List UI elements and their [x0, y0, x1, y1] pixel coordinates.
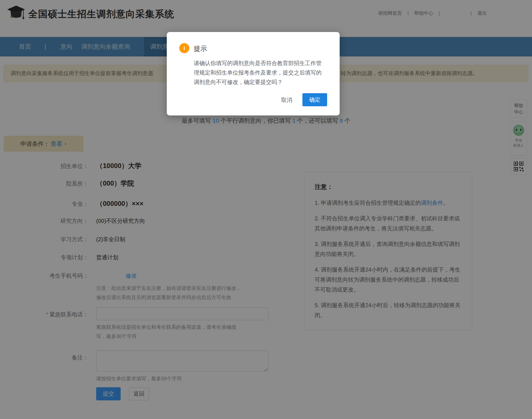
info-icon: i	[179, 43, 189, 53]
dialog-title: 提示	[194, 44, 207, 53]
cancel-button[interactable]: 取消	[277, 94, 297, 106]
confirm-dialog: i 提示 请确认你填写的调剂意向是否符合教育部招生工作管理规定和招生单位报考条件…	[167, 32, 340, 115]
dialog-message: 请确认你填写的调剂意向是否符合教育部招生工作管理规定和招生单位报考条件及要求，提…	[194, 58, 322, 87]
confirm-button[interactable]: 确定	[302, 93, 327, 106]
